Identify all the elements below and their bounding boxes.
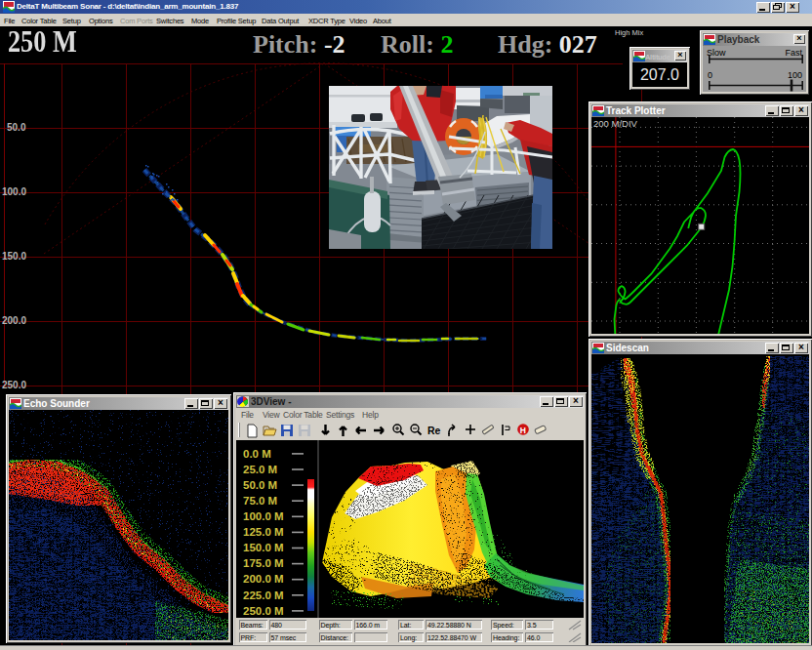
svg-text:0.0 M: 0.0 M xyxy=(243,448,271,460)
svg-text:225.0 M: 225.0 M xyxy=(243,589,284,601)
svg-text:Re: Re xyxy=(427,425,441,436)
svg-text:150.0 M: 150.0 M xyxy=(243,542,284,553)
svg-text:H: H xyxy=(520,426,526,435)
svg-text:75.0 M: 75.0 M xyxy=(243,495,277,507)
svg-text:175.0 M: 175.0 M xyxy=(243,557,284,569)
svg-text:100.0 M: 100.0 M xyxy=(243,510,284,522)
svg-text:125.0 M: 125.0 M xyxy=(243,526,284,538)
svg-text:50.0 M: 50.0 M xyxy=(243,479,277,491)
svg-text:200.0 M: 200.0 M xyxy=(243,573,284,585)
svg-text:250.0 M: 250.0 M xyxy=(243,605,284,617)
svg-text:25.0 M: 25.0 M xyxy=(243,464,277,475)
